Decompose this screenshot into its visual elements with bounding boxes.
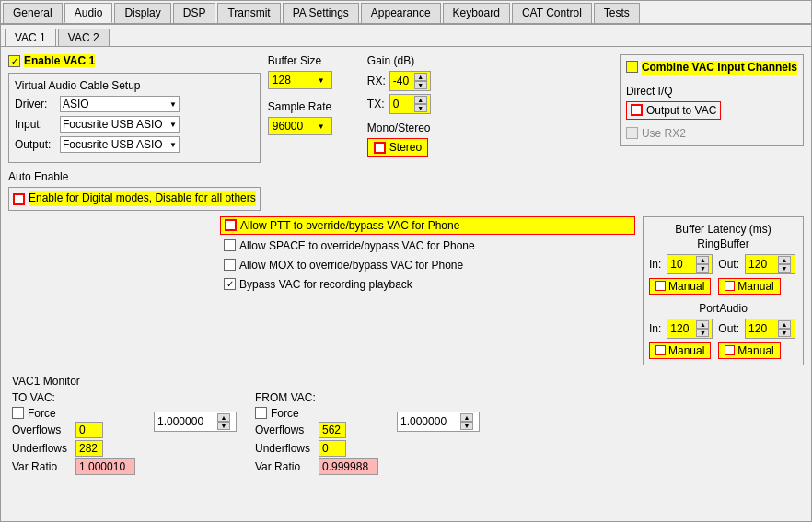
- auto-enable-checkbox[interactable]: [13, 193, 25, 205]
- port-out-down-btn[interactable]: ▼: [778, 329, 791, 337]
- port-audio-inout-row: In: ▲ ▼ Out: ▲ ▼: [649, 319, 797, 339]
- auto-enable-title: Auto Enable: [8, 170, 261, 183]
- ring-out-spinner[interactable]: ▲ ▼: [745, 254, 795, 274]
- port-out-input[interactable]: [748, 322, 778, 335]
- buffer-dropdown-arrow-icon[interactable]: ▼: [318, 76, 325, 85]
- from-vac-up-btn[interactable]: ▲: [460, 413, 473, 422]
- sub-tab-vac1[interactable]: VAC 1: [5, 29, 56, 46]
- allow-space-checkbox[interactable]: [224, 239, 236, 251]
- direct-iq-title: Direct I/Q: [626, 85, 797, 98]
- ring-in-spinner[interactable]: ▲ ▼: [667, 254, 713, 274]
- tab-tests[interactable]: Tests: [594, 3, 640, 23]
- port-out-up-btn[interactable]: ▲: [778, 320, 791, 329]
- combine-vac-label: Combine VAC Input Channels: [642, 61, 797, 75]
- enable-vac-checkbox[interactable]: ✓: [8, 55, 20, 67]
- auto-enable-box: Enable for Digital modes, Disable for al…: [8, 187, 261, 211]
- to-vac-down-btn[interactable]: ▼: [217, 422, 230, 430]
- to-underflows-value: 282: [75, 440, 103, 457]
- buffer-size-input[interactable]: [273, 74, 314, 87]
- input-dropdown[interactable]: Focusrite USB ASIO ▼: [60, 116, 180, 133]
- use-rx2-checkbox[interactable]: [626, 127, 638, 139]
- from-vac-down-btn[interactable]: ▼: [460, 422, 473, 430]
- tab-cat-control[interactable]: CAT Control: [512, 3, 592, 23]
- allow-space-row: Allow SPACE to override/bypass VAC for P…: [220, 238, 635, 254]
- tab-transmit[interactable]: Transmit: [217, 3, 280, 23]
- from-vac-spin-input[interactable]: [400, 415, 460, 428]
- from-force-checkbox[interactable]: [255, 407, 267, 419]
- ring-in-down-btn[interactable]: ▼: [696, 264, 709, 273]
- tab-display[interactable]: Display: [114, 3, 170, 23]
- gain-rx-row: RX: -40 ▲ ▼: [367, 71, 478, 91]
- port-out-manual-btn[interactable]: Manual: [718, 342, 780, 359]
- ring-out-label: Out:: [718, 258, 739, 271]
- allow-mox-checkbox[interactable]: [224, 259, 236, 271]
- combine-vac-checkbox[interactable]: [626, 61, 638, 73]
- buffer-sample-section: Buffer Size ▼ Sample Rate ▼: [268, 54, 360, 135]
- port-in-down-btn[interactable]: ▼: [696, 329, 709, 337]
- buffer-size-spinner[interactable]: ▼: [268, 71, 332, 89]
- output-to-vac-row[interactable]: Output to VAC: [626, 101, 721, 120]
- ring-out-input[interactable]: [748, 258, 778, 271]
- port-in-up-btn[interactable]: ▲: [696, 320, 709, 329]
- gain-tx-down-btn[interactable]: ▼: [414, 104, 427, 112]
- to-vac-spin[interactable]: ▲ ▼: [154, 412, 237, 432]
- sample-rate-input[interactable]: [273, 120, 314, 133]
- buffer-latency-section: Buffer Latency (ms) RingBuffer In: ▲ ▼ O…: [643, 216, 804, 365]
- driver-dropdown[interactable]: ASIO ▼: [60, 96, 180, 112]
- output-label: Output:: [15, 138, 56, 151]
- from-varratio-label: Var Ratio: [255, 460, 315, 473]
- allow-mox-row: Allow MOX to override/bypass VAC for Pho…: [220, 257, 635, 273]
- input-label: Input:: [15, 118, 56, 131]
- output-dropdown[interactable]: Focusrite USB ASIO ▼: [60, 136, 180, 153]
- sub-tab-vac2[interactable]: VAC 2: [58, 29, 110, 46]
- port-out-manual-checkbox: [725, 345, 735, 355]
- input-row: Input: Focusrite USB ASIO ▼: [15, 116, 254, 133]
- port-in-input[interactable]: [670, 322, 696, 335]
- gain-rx-input[interactable]: -40 ▲ ▼: [389, 71, 431, 91]
- stereo-checkbox[interactable]: [374, 142, 386, 154]
- port-out-spinner[interactable]: ▲ ▼: [745, 319, 795, 339]
- ring-out-down-btn[interactable]: ▼: [778, 264, 791, 273]
- sample-rate-group: Sample Rate ▼: [268, 100, 360, 135]
- to-force-checkbox[interactable]: [12, 407, 24, 419]
- vac-setup-box: Virtual Audio Cable Setup Driver: ASIO ▼…: [8, 73, 261, 163]
- tab-keyboard[interactable]: Keyboard: [443, 3, 510, 23]
- sample-rate-title: Sample Rate: [268, 100, 360, 113]
- port-out-spin-btns: ▲ ▼: [778, 320, 791, 337]
- tab-general[interactable]: General: [3, 3, 63, 23]
- tab-audio[interactable]: Audio: [64, 3, 113, 23]
- enable-vac-row: ✓ Enable VAC 1: [8, 54, 261, 67]
- ring-in-up-btn[interactable]: ▲: [696, 256, 709, 264]
- bypass-vac-checkbox[interactable]: ✓: [224, 278, 236, 290]
- sample-rate-arrow-icon[interactable]: ▼: [318, 122, 325, 131]
- port-in-spinner[interactable]: ▲ ▼: [667, 319, 713, 339]
- ring-out-manual-btn[interactable]: Manual: [718, 278, 780, 295]
- to-vac-spin-btns: ▲ ▼: [217, 413, 230, 430]
- to-vac-spin-input[interactable]: [157, 415, 217, 428]
- port-out-label: Out:: [718, 322, 739, 335]
- to-vac-spin-section: ▲ ▼: [154, 391, 237, 475]
- gain-tx-input[interactable]: 0 ▲ ▼: [389, 94, 431, 114]
- vac1-monitor-section: VAC1 Monitor TO VAC: Force Overflows 0: [12, 375, 480, 475]
- gain-rx-down-btn[interactable]: ▼: [414, 81, 427, 89]
- tab-pa-settings[interactable]: PA Settings: [283, 3, 359, 23]
- gain-rx-up-btn[interactable]: ▲: [414, 73, 427, 81]
- to-vac-up-btn[interactable]: ▲: [217, 413, 230, 422]
- gain-tx-row: TX: 0 ▲ ▼: [367, 94, 478, 114]
- sample-rate-spinner[interactable]: ▼: [268, 117, 332, 135]
- allow-ptt-label: Allow PTT to override/bypass VAC for Pho…: [240, 219, 459, 232]
- ring-out-up-btn[interactable]: ▲: [778, 256, 791, 264]
- output-to-vac-checkbox[interactable]: [631, 104, 643, 116]
- ring-in-input[interactable]: [670, 258, 696, 271]
- ring-in-manual-btn[interactable]: Manual: [649, 278, 711, 295]
- from-vac-spin[interactable]: ▲ ▼: [397, 412, 480, 432]
- allow-ptt-checkbox[interactable]: [225, 219, 237, 231]
- stereo-checkbox-row[interactable]: Stereo: [367, 138, 428, 157]
- ring-buffer-inout-row: In: ▲ ▼ Out: ▲ ▼: [649, 254, 797, 274]
- tab-appearance[interactable]: Appearance: [361, 3, 441, 23]
- to-varratio-label: Var Ratio: [12, 460, 72, 473]
- setup-title: Virtual Audio Cable Setup: [15, 79, 254, 92]
- port-in-manual-btn[interactable]: Manual: [649, 342, 711, 359]
- gain-tx-up-btn[interactable]: ▲: [414, 96, 427, 104]
- tab-dsp[interactable]: DSP: [173, 3, 216, 23]
